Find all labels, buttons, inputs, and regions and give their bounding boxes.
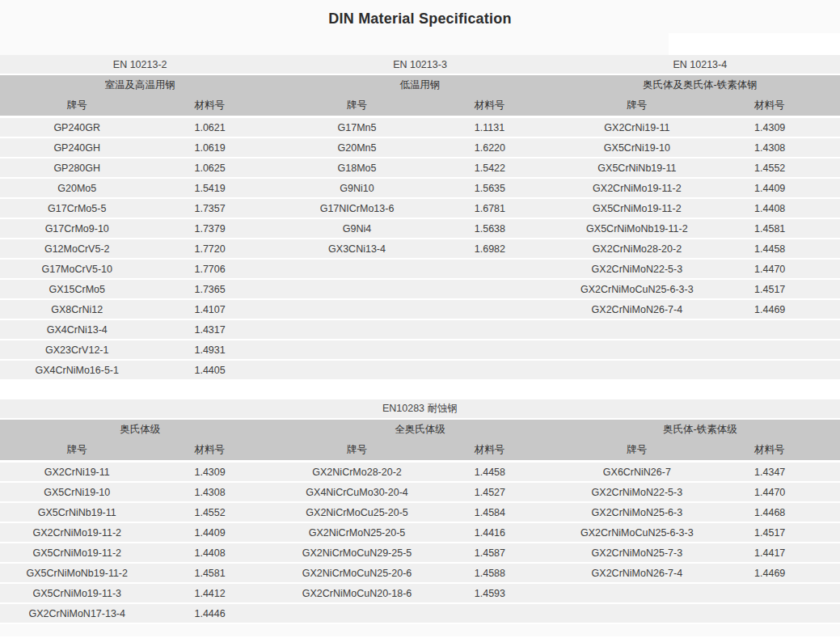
table-row: GX5CrNiMo19-11-31.4412GX2CrNiMoCuN20-18-…: [0, 584, 840, 602]
grade-cell: GX5CrNiMo19-11-2: [0, 547, 154, 559]
table-row: GX2CrNi19-111.4309GX2NiCrMo28-20-21.4458…: [0, 463, 840, 481]
table-row: GP240GR1.0621G17Mn51.1131GX2CrNi19-111.4…: [0, 118, 840, 137]
table-en10283: EN10283 耐蚀钢 奥氏体级 全奥氏体级 奥氏体-铁素体级 牌号 材料号 牌…: [0, 399, 840, 623]
material-no-cell: 1.4552: [714, 163, 840, 174]
category-header-cell: 奥氏体-铁素体级: [560, 423, 840, 437]
material-no-cell: 1.0625: [154, 163, 280, 174]
material-no-cell: 1.4527: [434, 487, 560, 498]
table-body: GP240GR1.0621G17Mn51.1131GX2CrNi19-111.4…: [0, 118, 840, 379]
material-no-cell: 1.1131: [434, 122, 560, 133]
grade-cell: GX2CrNiMoN25-7-3: [560, 547, 714, 559]
material-no-cell: 1.4412: [154, 588, 280, 599]
material-no-cell: 1.4458: [714, 243, 840, 255]
grade-cell: GX5CrNiMo19-11-2: [560, 203, 714, 214]
grade-cell: GX2CrNiMo19-11-2: [0, 527, 154, 539]
material-no-cell: 1.7357: [154, 203, 280, 214]
material-no-cell: 1.4931: [154, 344, 280, 356]
material-no-column-header: 材料号: [154, 99, 280, 112]
grade-cell: GX5CrNiNb19-11: [0, 507, 154, 518]
grade-cell: G20Mn5: [280, 142, 433, 154]
material-no-cell: 1.4308: [154, 487, 280, 498]
standard-header-cell: EN 10213-3: [280, 59, 559, 70]
standard-header-cell: EN10283 耐蚀钢: [382, 402, 458, 416]
material-no-cell: 1.4469: [714, 304, 840, 315]
grade-column-header: 牌号: [560, 443, 714, 457]
grade-cell: GX2CrNiMoN26-7-4: [560, 304, 714, 315]
table-body: GX2CrNi19-111.4309GX2NiCrMo28-20-21.4458…: [0, 463, 840, 623]
material-no-cell: 1.4587: [434, 547, 560, 559]
grade-cell: GX5CrNiMoNb19-11-2: [560, 223, 714, 234]
category-header-cell: 全奥氏体级: [280, 423, 559, 437]
grade-cell: G20Mo5: [0, 183, 154, 194]
material-no-cell: 1.4593: [434, 588, 560, 599]
material-no-cell: 1.7365: [154, 284, 280, 295]
grade-cell: G9Ni4: [280, 223, 433, 234]
grade-cell: GX2CrNiMoN22-5-3: [560, 264, 714, 275]
table-row: GX8CrNi121.4107GX2CrNiMoN26-7-41.4469: [0, 300, 840, 319]
material-no-cell: 1.4308: [714, 142, 840, 154]
material-no-cell: 1.4581: [714, 223, 840, 234]
material-no-cell: 1.6220: [434, 142, 560, 154]
grade-cell: GX8CrNi12: [0, 304, 154, 315]
bottom-strip: [0, 624, 840, 636]
grade-cell: GX2NiCrMoCuN29-25-5: [280, 547, 433, 559]
table-row: GX15CrMo51.7365GX2CrNiMoCuN25-6-3-31.451…: [0, 280, 840, 298]
grade-cell: G12MoCrV5-2: [0, 243, 154, 255]
page: DIN Material Specification EN 10213-2 EN…: [0, 0, 840, 638]
grade-column-header: 牌号: [280, 443, 433, 457]
grade-cell: GX4CrNiMo16-5-1: [0, 365, 154, 376]
table-row: G12MoCrV5-21.7720GX3CNi13-41.6982GX2CrNi…: [0, 239, 840, 258]
grade-cell: GX2CrNiMoCuN20-18-6: [280, 588, 433, 599]
table-row: GX5CrNi19-101.4308GX4NiCrCuMo30-20-41.45…: [0, 483, 840, 501]
material-no-cell: 1.0621: [154, 122, 280, 133]
table-row: GX5CrNiNb19-111.4552GX2NiCrMoCu25-20-51.…: [0, 503, 840, 522]
table-row: GX4CrNi13-41.4317: [0, 320, 840, 339]
material-no-cell: 1.5635: [434, 183, 560, 194]
table-row: GX5CrNiMoNb19-11-21.4581GX2NiCrMoCuN25-2…: [0, 564, 840, 582]
grade-cell: GX2NiCrMo28-20-2: [280, 467, 433, 478]
category-header-row: 室温及高温用钢 低温用钢 奥氏体及奥氏体-铁素体钢: [0, 75, 840, 95]
material-no-column-header: 材料号: [434, 99, 560, 112]
table-row: GP240GH1.0619G20Mn51.6220GX5CrNi19-101.4…: [0, 138, 840, 157]
table-en10213: EN 10213-2 EN 10213-3 EN 10213-4 室温及高温用钢…: [0, 55, 840, 379]
material-no-cell: 1.4581: [154, 568, 280, 579]
material-no-cell: 1.6982: [434, 243, 560, 255]
material-no-cell: 1.5422: [434, 163, 560, 174]
grade-cell: GX5CrNiNb19-11: [560, 163, 714, 174]
grade-column-header: 牌号: [0, 443, 154, 457]
material-no-column-header: 材料号: [714, 99, 840, 112]
material-no-column-header: 材料号: [434, 443, 560, 457]
grade-column-header: 牌号: [0, 99, 154, 112]
material-no-cell: 1.4469: [714, 568, 840, 579]
material-no-cell: 1.4347: [714, 467, 840, 478]
category-header-cell: 奥氏体级: [0, 423, 280, 437]
material-no-cell: 1.4409: [154, 527, 280, 539]
grade-cell: GX5CrNiMo19-11-3: [0, 588, 154, 599]
grade-cell: GX4NiCrCuMo30-20-4: [280, 487, 433, 498]
grade-cell: GX4CrNi13-4: [0, 324, 154, 336]
grade-cell: G17MoCrV5-10: [0, 264, 154, 275]
grade-cell: GX2CrNiMoCuN25-6-3-3: [560, 527, 714, 539]
grade-cell: GX2CrNi19-11: [560, 122, 714, 133]
grade-cell: GP280GH: [0, 163, 154, 174]
material-no-cell: 1.4417: [714, 547, 840, 559]
category-header-cell: 奥氏体及奥氏体-铁素体钢: [560, 78, 840, 92]
grade-cell: GP240GH: [0, 142, 154, 154]
table-row: GX2CrNiMoN17-13-41.4446: [0, 604, 840, 623]
material-no-cell: 1.4517: [714, 284, 840, 295]
material-no-cell: 1.6781: [434, 203, 560, 214]
table-row: G17CrMo5-51.7357G17NICrMo13-61.6781GX5Cr…: [0, 199, 840, 218]
column-header-row: 牌号 材料号 牌号 材料号 牌号 材料号: [0, 95, 840, 116]
table-row: GX2CrNiMo19-11-21.4409GX2NiCrMoN25-20-51…: [0, 523, 840, 542]
table-row: G17MoCrV5-101.7706GX2CrNiMoN22-5-31.4470: [0, 260, 840, 278]
grade-cell: GX2CrNiMoN26-7-4: [560, 568, 714, 579]
material-no-cell: 1.4470: [714, 264, 840, 275]
grade-cell: GX2CrNiMoN22-5-3: [560, 487, 714, 498]
grade-cell: G17Mn5: [280, 122, 433, 133]
material-no-cell: 1.4317: [154, 324, 280, 336]
material-no-cell: 1.0619: [154, 142, 280, 154]
grade-cell: GX2NiCrMoN25-20-5: [280, 527, 433, 539]
table-row: GX4CrNiMo16-5-11.4405: [0, 361, 840, 379]
table-separator: [0, 381, 840, 399]
grade-cell: GX2NiCrMoCu25-20-5: [280, 507, 433, 518]
